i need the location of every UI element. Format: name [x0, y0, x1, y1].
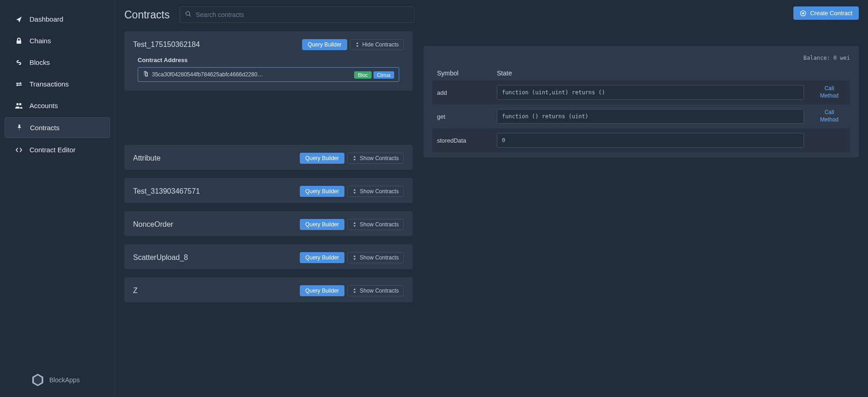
- toggle-label: Show Contracts: [360, 188, 399, 195]
- cursor-icon: [15, 16, 23, 23]
- contract-name: Attribute: [133, 154, 161, 162]
- contract-card: Test_313903467571Query BuilderShow Contr…: [124, 178, 413, 203]
- toggle-contracts-button[interactable]: Show Contracts: [347, 153, 404, 164]
- contract-name: Test_175150362184: [133, 40, 200, 49]
- tag-bloc: Bloc: [354, 71, 371, 79]
- toggle-label: Show Contracts: [360, 221, 399, 228]
- sidebar-item-label: Blocks: [29, 58, 50, 66]
- brand-logo-icon: [30, 372, 46, 388]
- search-icon: [185, 11, 192, 19]
- query-builder-button[interactable]: Query Builder: [300, 186, 344, 197]
- sidebar-item-dashboard[interactable]: Dashboard: [5, 9, 110, 29]
- sidebar-item-accounts[interactable]: Accounts: [5, 96, 110, 115]
- toggle-contracts-button[interactable]: Show Contracts: [347, 285, 404, 296]
- state-value: function () returns (uint): [497, 109, 804, 124]
- create-contract-button[interactable]: Create Contract: [793, 6, 859, 20]
- brand-footer: BlockApps: [0, 363, 115, 397]
- query-builder-button[interactable]: Query Builder: [300, 153, 344, 164]
- contract-name: NonceOrder: [133, 220, 173, 229]
- col-state-header: State: [492, 66, 809, 81]
- exchange-icon: [15, 81, 23, 88]
- contract-card: ScatterUpload_8Query BuilderShow Contrac…: [124, 244, 413, 269]
- query-builder-button[interactable]: Query Builder: [302, 39, 347, 50]
- users-icon: [15, 102, 23, 109]
- search-input[interactable]: [180, 6, 414, 23]
- copy-icon[interactable]: [143, 71, 148, 78]
- toggle-contracts-button[interactable]: Show Contracts: [347, 186, 404, 197]
- contract-card: NonceOrderQuery BuilderShow Contracts: [124, 211, 413, 236]
- tag-cirrus: Cirrus: [373, 71, 394, 79]
- sidebar-item-label: Accounts: [29, 102, 58, 109]
- thumbtack-icon: [15, 124, 23, 132]
- contract-address-value: 35ca30f04280544fb784625abfc4666d2280…: [152, 71, 263, 78]
- detail-row: addfunction (uint,uint) returns ()CallMe…: [432, 81, 850, 104]
- detail-row: getfunction () returns (uint)CallMethod: [432, 104, 850, 128]
- contract-address-row[interactable]: 35ca30f04280544fb784625abfc4666d2280…Blo…: [138, 67, 399, 82]
- call-method-link[interactable]: CallMethod: [820, 109, 839, 123]
- sidebar-item-transactions[interactable]: Transactions: [5, 74, 110, 94]
- sidebar-item-chains[interactable]: Chains: [5, 31, 110, 51]
- lock-icon: [15, 37, 23, 45]
- query-builder-button[interactable]: Query Builder: [300, 285, 344, 296]
- state-value: 0: [497, 133, 804, 148]
- symbol-cell: add: [432, 81, 492, 104]
- contract-card: AttributeQuery BuilderShow Contracts: [124, 145, 413, 170]
- contract-detail-panel: Balance: 0 wei Symbol State addfunction …: [424, 46, 859, 157]
- contract-address-header: Contract Address: [138, 57, 399, 63]
- sidebar-item-label: Contracts: [30, 124, 59, 132]
- create-contract-label: Create Contract: [810, 10, 852, 17]
- page-title: Contracts: [124, 9, 169, 21]
- toggle-contracts-button[interactable]: Show Contracts: [347, 252, 404, 263]
- contract-card: Test_175150362184Query BuilderHide Contr…: [124, 31, 413, 91]
- toggle-label: Show Contracts: [360, 254, 399, 261]
- detail-row: storedData0: [432, 128, 850, 152]
- contract-name: ScatterUpload_8: [133, 253, 188, 262]
- symbol-cell: storedData: [432, 128, 492, 152]
- contract-card: ZQuery BuilderShow Contracts: [124, 277, 413, 302]
- contract-name: Test_313903467571: [133, 187, 200, 196]
- sidebar-item-label: Contract Editor: [29, 146, 76, 154]
- toggle-label: Hide Contracts: [362, 41, 399, 48]
- sidebar: DashboardChainsBlocksTransactionsAccount…: [0, 0, 115, 397]
- sidebar-item-label: Chains: [29, 37, 51, 45]
- code-icon: [15, 146, 23, 154]
- contract-name: Z: [133, 287, 138, 295]
- sidebar-item-label: Transactions: [29, 80, 69, 88]
- call-method-link[interactable]: CallMethod: [820, 85, 839, 99]
- toggle-contracts-button[interactable]: Hide Contracts: [350, 39, 404, 50]
- col-symbol-header: Symbol: [432, 66, 492, 81]
- symbol-cell: get: [432, 104, 492, 128]
- toggle-label: Show Contracts: [360, 288, 399, 294]
- balance-label: Balance: 0 wei: [432, 55, 850, 61]
- state-value: function (uint,uint) returns (): [497, 85, 804, 100]
- sidebar-item-contracts[interactable]: Contracts: [5, 117, 110, 138]
- query-builder-button[interactable]: Query Builder: [300, 252, 344, 263]
- chain-icon: [15, 59, 23, 66]
- brand-label: BlockApps: [49, 376, 80, 384]
- sidebar-item-blocks[interactable]: Blocks: [5, 52, 110, 72]
- sidebar-item-label: Dashboard: [29, 15, 63, 23]
- toggle-label: Show Contracts: [360, 155, 399, 161]
- sidebar-item-contract-editor[interactable]: Contract Editor: [5, 140, 110, 160]
- toggle-contracts-button[interactable]: Show Contracts: [347, 219, 404, 230]
- query-builder-button[interactable]: Query Builder: [300, 219, 344, 230]
- contract-list: Test_175150362184Query BuilderHide Contr…: [124, 31, 414, 391]
